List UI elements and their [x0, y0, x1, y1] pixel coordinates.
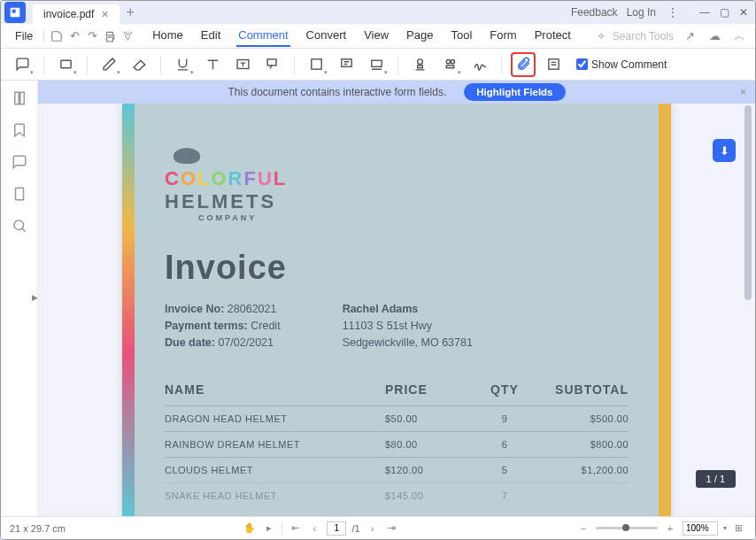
underline-tool[interactable] [170, 52, 195, 77]
tab-comment[interactable]: Comment [236, 25, 289, 47]
invoice-metadata: Invoice No: 28062021 Payment terms: Cred… [165, 301, 629, 351]
stamp-dropdown-tool[interactable] [437, 52, 462, 77]
download-icon[interactable]: ⬇ [713, 139, 736, 162]
zoom-in-icon[interactable]: + [663, 521, 677, 536]
table-row: RAINBOW DREAM HELMET $80.00 6 $800.00 [165, 431, 629, 457]
eraser-tool[interactable] [127, 52, 151, 77]
select-tool-icon[interactable]: ▸ [262, 521, 276, 536]
search-panel-icon[interactable] [11, 217, 28, 235]
svg-rect-2 [107, 37, 113, 42]
payment-terms-label: Payment terms: [165, 320, 248, 332]
svg-rect-13 [14, 92, 19, 104]
tab-home[interactable]: Home [150, 25, 185, 47]
logo-text-company: COMPANY [198, 213, 629, 222]
note-tool[interactable] [10, 52, 35, 77]
titlebar: invoice.pdf × + Feedback Log In ⋮ — ▢ ✕ [1, 1, 755, 24]
bookmark-icon[interactable] [11, 121, 28, 139]
pencil-tool[interactable] [96, 52, 121, 77]
feedback-link[interactable]: Feedback [571, 6, 618, 19]
page-total: /1 [351, 523, 359, 534]
callout-tool[interactable] [260, 52, 285, 77]
highlight-tool[interactable] [53, 52, 78, 77]
login-link[interactable]: Log In [627, 6, 656, 19]
tab-close-icon[interactable]: × [101, 7, 108, 21]
page-number-input[interactable] [327, 521, 346, 536]
banner-close-icon[interactable]: × [740, 86, 746, 98]
show-comment-label: Show Comment [591, 58, 667, 71]
first-page-icon[interactable]: ⇤ [288, 521, 302, 536]
tab-convert[interactable]: Convert [305, 25, 349, 47]
show-comment-input[interactable] [576, 58, 588, 70]
page-indicator-badge: 1 / 1 [696, 470, 736, 488]
ribbon-tabs: Home Edit Comment Convert View Page Tool… [150, 25, 573, 47]
svg-point-9 [417, 59, 422, 65]
zoom-slider-thumb[interactable] [622, 524, 629, 531]
highlight-fields-button[interactable]: Highlight Fields [464, 83, 565, 101]
sidebar-toggle-icon[interactable]: ▶ [32, 293, 38, 302]
maximize-button[interactable]: ▢ [716, 4, 732, 20]
show-comment-checkbox[interactable]: Show Comment [576, 58, 667, 71]
print-icon[interactable] [101, 27, 119, 45]
fit-page-icon[interactable]: ⊞ [732, 521, 746, 536]
last-page-icon[interactable]: ⇥ [385, 521, 399, 536]
svg-rect-3 [60, 60, 70, 68]
tab-view[interactable]: View [362, 25, 390, 47]
customer-name: Rachel Adams [343, 301, 473, 318]
invoice-table: NAME PRICE QTY SUBTOTAL DRAGON HEAD HELM… [165, 382, 629, 508]
logo-text-helmets: HELMETS [165, 190, 629, 213]
payment-terms-value: Credit [251, 320, 280, 332]
comments-icon[interactable] [11, 153, 28, 171]
collapse-ribbon-icon[interactable]: ︿ [730, 27, 748, 45]
hand-tool-icon[interactable]: ✋ [243, 521, 257, 536]
tab-title: invoice.pdf [43, 8, 94, 20]
main-area: ▶ This document contains interactive for… [1, 81, 755, 516]
scrollbar-thumb[interactable] [744, 105, 752, 300]
minimize-button[interactable]: — [697, 4, 713, 20]
close-window-button[interactable]: ✕ [736, 4, 752, 20]
table-row: CLOUDS HELMET $120.00 5 $1,200.00 [165, 457, 629, 482]
save-icon[interactable] [48, 27, 66, 45]
cloud-icon[interactable]: ☁ [706, 27, 723, 45]
thumbnails-icon[interactable] [11, 89, 28, 107]
table-row: DRAGON HEAD HELMET $50.00 9 $500.00 [165, 405, 629, 431]
next-page-icon[interactable]: › [366, 521, 380, 536]
tab-protect[interactable]: Protect [533, 25, 573, 47]
attachments-icon[interactable] [11, 185, 28, 203]
tab-edit[interactable]: Edit [199, 25, 222, 47]
new-tab-button[interactable]: + [127, 4, 135, 20]
text-callout-tool[interactable] [334, 52, 359, 77]
table-header-row: NAME PRICE QTY SUBTOTAL [165, 382, 629, 405]
zoom-level-input[interactable] [683, 521, 718, 536]
tab-page[interactable]: Page [405, 25, 435, 47]
quick-access-dropdown-icon[interactable]: ⩔ [119, 27, 136, 45]
stamp-tool[interactable] [407, 52, 432, 77]
shape-tool[interactable] [304, 52, 328, 77]
share-icon[interactable]: ↗ [681, 27, 698, 45]
prev-page-icon[interactable]: ‹ [307, 521, 321, 536]
document-tab[interactable]: invoice.pdf × [33, 4, 120, 24]
zoom-out-icon[interactable]: − [576, 521, 590, 536]
kebab-menu-icon[interactable]: ⋮ [665, 4, 681, 20]
tab-form[interactable]: Form [488, 25, 518, 47]
comment-toolbar: Show Comment [1, 49, 755, 81]
zoom-slider[interactable] [596, 527, 658, 529]
page-decoration-right [659, 104, 671, 516]
file-menu[interactable]: File [8, 27, 40, 46]
text-tool[interactable] [200, 52, 225, 77]
svg-point-11 [451, 60, 454, 64]
search-tools-input[interactable]: Search Tools [613, 30, 674, 42]
search-tools-icon: ✧ [597, 30, 606, 42]
redo-icon[interactable]: ↷ [83, 27, 101, 45]
tab-tool[interactable]: Tool [449, 25, 474, 47]
text-box-tool[interactable] [230, 52, 255, 77]
company-logo: COLORFUL HELMETS COMPANY [165, 148, 629, 222]
comments-panel-tool[interactable] [541, 52, 566, 77]
area-comment-tool[interactable] [364, 52, 389, 77]
signature-tool[interactable] [467, 52, 492, 77]
page-viewport[interactable]: COLORFUL HELMETS COMPANY Invoice Invoice… [38, 104, 755, 516]
th-price: PRICE [385, 382, 469, 397]
attachment-tool[interactable] [511, 52, 536, 77]
undo-icon[interactable]: ↶ [66, 27, 83, 45]
vertical-scrollbar[interactable] [744, 104, 753, 516]
svg-rect-15 [15, 188, 23, 200]
